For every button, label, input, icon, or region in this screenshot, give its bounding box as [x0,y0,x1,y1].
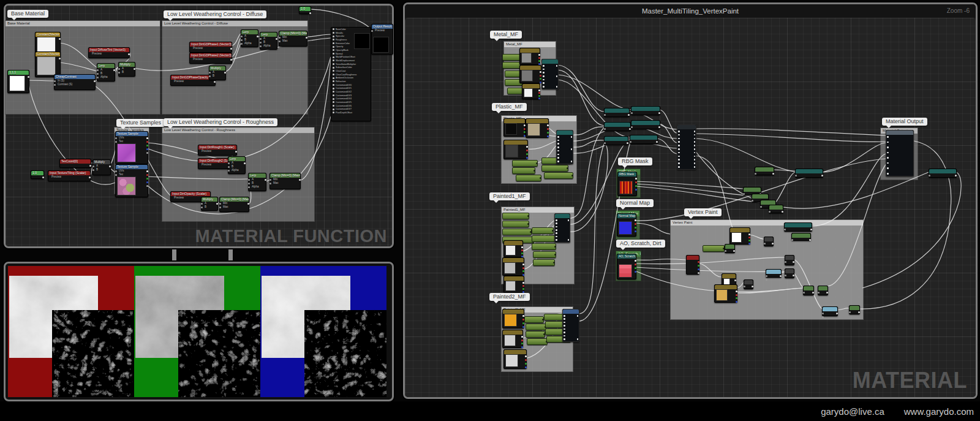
pin[interactable] [97,73,99,75]
painted1-tex-3[interactable] [503,276,524,293]
pin[interactable] [955,175,957,176]
pin[interactable] [279,37,281,39]
pin[interactable] [577,315,579,317]
pin[interactable] [568,239,570,241]
pin[interactable] [887,136,889,138]
pin[interactable] [627,142,628,144]
pin[interactable] [540,177,541,179]
rbg-mask-tex[interactable]: RBG Mask [617,172,637,196]
pin[interactable] [28,76,29,78]
pin[interactable] [543,65,545,67]
pin[interactable] [694,152,696,154]
pin[interactable] [694,159,696,161]
pin[interactable] [557,146,559,148]
pin[interactable] [678,131,680,132]
pin[interactable] [89,176,91,178]
pin[interactable] [248,179,250,181]
texcoord-0[interactable]: TexCoord[0] [59,159,91,168]
pin[interactable] [547,135,549,137]
pin[interactable] [214,81,216,83]
pin[interactable] [260,38,262,40]
pin[interactable] [678,134,680,136]
pin[interactable] [146,174,148,176]
pin[interactable] [604,114,606,116]
pin[interactable] [743,193,745,195]
pin[interactable] [522,285,524,287]
normal-map-tex[interactable]: Normal Map [617,213,636,237]
painted1-tex-1[interactable] [503,240,523,257]
pin[interactable] [333,105,334,107]
pin[interactable] [822,316,824,318]
multiply-c[interactable]: MultiplyAB [92,159,111,175]
vp-lerp[interactable] [822,306,838,316]
pin[interactable] [694,166,696,168]
painted1-param-1[interactable] [502,213,529,219]
painted1-green-4[interactable] [533,251,556,258]
pin[interactable] [333,70,334,72]
pin[interactable] [795,175,797,176]
ao-scratch-dirt-comment-label[interactable]: AO, Scratch, Dirt [616,240,665,248]
painted1-call[interactable] [554,213,570,243]
pin[interactable] [782,211,783,213]
constant-1[interactable]: 1.0 [31,170,44,179]
pin[interactable] [547,132,549,134]
pin[interactable] [526,157,528,159]
pin[interactable] [678,152,680,154]
vp-tex-mask[interactable] [729,227,750,245]
pin[interactable] [543,86,545,88]
pin[interactable] [858,311,860,313]
pin[interactable] [748,243,750,245]
pin[interactable] [224,72,226,74]
pin[interactable] [836,313,838,314]
pin[interactable] [694,134,696,136]
pin[interactable] [658,112,660,114]
pin[interactable] [887,146,889,148]
pin[interactable] [772,173,774,175]
pin[interactable] [109,165,111,167]
pin[interactable] [521,252,523,254]
pin[interactable] [564,318,565,320]
painted2-param-5[interactable] [526,331,545,338]
pin[interactable] [248,186,250,188]
pin[interactable] [333,32,334,34]
pin[interactable] [248,183,250,184]
pin[interactable] [678,162,680,164]
pin[interactable] [134,68,135,70]
pin[interactable] [748,240,750,241]
texture-samples-comment-label[interactable]: Texture Samples [116,119,165,127]
pin[interactable] [752,200,753,202]
pin[interactable] [333,36,334,37]
vp-node-2[interactable] [764,237,774,246]
lerp-a[interactable]: LerpABAlpha [97,63,115,82]
clamp-b[interactable]: Clamp (Min=0) (Max=1)MinMax [219,197,249,212]
vp-node-4[interactable] [785,268,794,278]
pin[interactable] [694,141,696,143]
texture-sample-1[interactable]: Texture SampleUVsTex [115,131,148,164]
pin[interactable] [556,222,557,224]
texture-sample-2[interactable]: Texture SampleUVsTex [115,164,148,197]
mid-fn-6[interactable] [630,135,658,144]
pin[interactable] [219,207,221,208]
pin[interactable] [219,203,221,205]
pin[interactable] [736,290,737,292]
pin[interactable] [694,131,696,132]
pin[interactable] [698,268,699,270]
pin[interactable] [525,366,527,368]
vp-vertex-color[interactable] [686,255,699,275]
pin[interactable] [265,179,266,181]
pin[interactable] [769,211,771,213]
pin[interactable] [228,166,230,168]
painted1-green-1[interactable] [532,227,554,234]
pin[interactable] [826,292,828,294]
pin[interactable] [678,148,680,150]
pin[interactable] [733,250,735,252]
pin[interactable] [635,185,637,187]
pin[interactable] [333,91,334,93]
pin[interactable] [146,148,148,150]
pin[interactable] [235,151,237,153]
pin[interactable] [887,157,889,159]
pin[interactable] [241,36,243,37]
pin[interactable] [526,150,528,151]
metal-tex-3[interactable] [522,83,540,99]
pin[interactable] [631,112,633,114]
